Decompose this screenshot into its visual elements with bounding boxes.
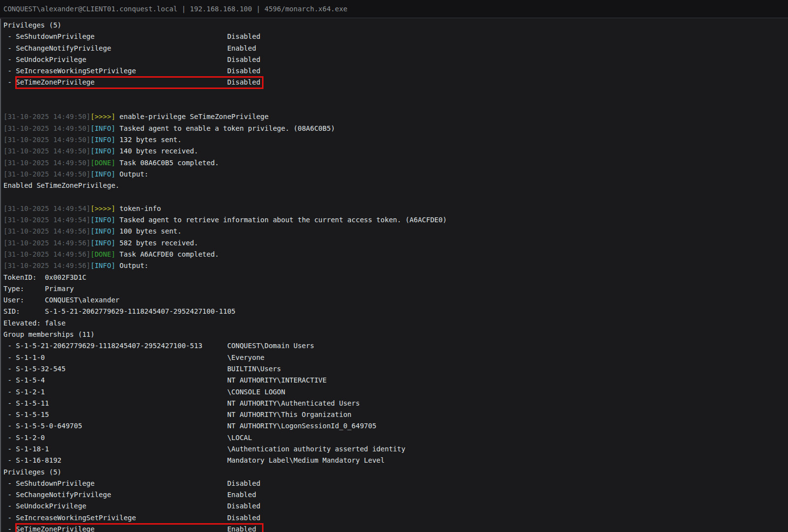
log-message: Tasked agent to retrieve information abo… (116, 216, 447, 224)
list-dash: - (3, 388, 16, 396)
console-line-group: - S-1-5-21-2062779629-1118245407-2952427… (3, 340, 788, 352)
privilege-status: Disabled (227, 514, 260, 522)
group-name: NT AUTHORITY\This Organization (227, 411, 351, 418)
console-line-priv: - SeTimeZonePrivilegeDisabled (3, 77, 788, 88)
list-dash: - (3, 525, 16, 532)
log-tag: [INFO] (90, 147, 116, 155)
console-line-section: Group memberships (11) (3, 329, 788, 340)
console-line-plain: Enabled SeTimeZonePrivilege. (3, 180, 788, 191)
log-message: token-info (116, 205, 161, 212)
group-name: NT AUTHORITY\INTERACTIVE (227, 376, 326, 384)
console-line-field: Elevated:false (3, 318, 788, 329)
console-line-priv: - SeUndockPrivilegeDisabled (3, 501, 788, 512)
console-line-log: [31-10-2025 14:49:54][>>>>] token-info (3, 203, 788, 214)
privilege-status: Disabled (227, 479, 260, 487)
console-line-log: [31-10-2025 14:49:50][INFO] 132 bytes se… (3, 134, 788, 146)
console-line-log: [31-10-2025 14:49:50][INFO] Tasked agent… (3, 123, 788, 134)
list-dash: - (3, 479, 16, 487)
log-tag: [>>>>] (90, 113, 116, 120)
list-dash: - (3, 411, 16, 418)
group-sid: S-1-2-1 (16, 386, 227, 398)
console-line-section: Privileges (5) (3, 20, 788, 31)
log-timestamp: [31-10-2025 14:49:56] (3, 250, 90, 258)
console-line-group: - S-1-5-5-0-649705NT AUTHORITY\LogonSess… (3, 420, 788, 432)
console-line-field: TokenID:0x002F3D1C (3, 272, 788, 283)
log-timestamp: [31-10-2025 14:49:56] (3, 239, 90, 247)
group-sid: S-1-5-21-2062779629-1118245407-295242710… (16, 340, 227, 352)
console-line-blank (3, 191, 788, 203)
log-timestamp: [31-10-2025 14:49:56] (3, 262, 90, 269)
field-label: TokenID: (3, 272, 45, 283)
console-line-group: - S-1-5-32-545BUILTIN\Users (3, 363, 788, 375)
console-line-priv: - SeIncreaseWorkingSetPrivilegeDisabled (3, 65, 788, 77)
list-dash: - (3, 78, 16, 86)
list-dash: - (3, 514, 16, 522)
console-line-group: - S-1-16-8192Mandatory Label\Medium Mand… (3, 455, 788, 466)
field-value: false (45, 319, 65, 327)
list-dash: - (3, 502, 16, 510)
privilege-name: SeChangeNotifyPrivilege (16, 489, 227, 501)
section-title: Privileges (5) (3, 468, 61, 476)
console-line-group: - S-1-2-1\CONSOLE LOGON (3, 386, 788, 398)
console-line-log: [31-10-2025 14:49:54][INFO] Tasked agent… (3, 214, 788, 226)
list-dash: - (3, 365, 16, 373)
console-line-blank (3, 89, 788, 100)
log-timestamp: [31-10-2025 14:49:54] (3, 205, 90, 212)
section-title: Group memberships (11) (3, 330, 94, 338)
log-message: enable-privilege SeTimeZonePrivilege (116, 113, 269, 120)
list-dash: - (3, 376, 16, 384)
field-label: Elevated: (3, 318, 45, 329)
list-dash: - (3, 67, 16, 75)
privilege-status: Disabled (227, 67, 260, 75)
list-dash: - (3, 456, 16, 464)
console-line-log: [31-10-2025 14:49:56][INFO] 582 bytes re… (3, 237, 788, 249)
field-label: User: (3, 295, 45, 306)
privilege-name: SeIncreaseWorkingSetPrivilege (16, 65, 227, 77)
log-tag: [INFO] (90, 227, 116, 235)
field-value: CONQUEST\alexander (45, 296, 119, 304)
group-name: CONQUEST\Domain Users (227, 342, 314, 350)
console-line-field: Type:Primary (3, 283, 788, 295)
log-message: 582 bytes received. (116, 239, 199, 247)
log-tag: [INFO] (90, 239, 116, 247)
field-label: SID: (3, 306, 45, 317)
console-line-priv: - SeTimeZonePrivilegeEnabled (3, 524, 788, 532)
console-line-field: User:CONQUEST\alexander (3, 295, 788, 306)
console-output[interactable]: Privileges (5) - SeShutdownPrivilegeDisa… (0, 19, 788, 532)
privilege-name: SeIncreaseWorkingSetPrivilege (16, 512, 227, 524)
console-line-priv: - SeChangeNotifyPrivilegeEnabled (3, 43, 788, 54)
group-name: NT AUTHORITY\LogonSessionId_0_649705 (227, 422, 376, 430)
list-dash: - (3, 354, 16, 361)
group-sid: S-1-5-4 (16, 375, 227, 386)
console-line-field: SID:S-1-5-21-2062779629-1118245407-29524… (3, 306, 788, 317)
log-timestamp: [31-10-2025 14:49:50] (3, 170, 90, 178)
log-tag: [INFO] (90, 136, 116, 144)
privilege-status: Enabled (227, 525, 256, 532)
group-sid: S-1-5-32-545 (16, 363, 227, 375)
list-dash: - (3, 399, 16, 407)
console-line-log: [31-10-2025 14:49:50][DONE] Task 08A6C0B… (3, 157, 788, 169)
console-line-priv: - SeUndockPrivilegeDisabled (3, 54, 788, 65)
blank-line (3, 90, 7, 98)
console-line-priv: - SeShutdownPrivilegeDisabled (3, 478, 788, 489)
group-name: Mandatory Label\Medium Mandatory Level (227, 456, 384, 464)
field-label: Type: (3, 283, 45, 295)
list-dash: - (3, 491, 16, 499)
group-name: BUILTIN\Users (227, 365, 281, 373)
group-sid: S-1-18-1 (16, 443, 227, 455)
log-tag: [INFO] (90, 124, 116, 132)
group-sid: S-1-16-8192 (16, 455, 227, 466)
group-sid: S-1-1-0 (16, 352, 227, 363)
group-name: \LOCAL (227, 434, 252, 442)
list-dash: - (3, 44, 16, 52)
log-tag: [INFO] (90, 262, 116, 269)
privilege-status: Disabled (227, 502, 260, 510)
privilege-name: SeTimeZonePrivilege (16, 524, 227, 532)
log-message: 132 bytes sent. (116, 136, 182, 144)
privilege-name: SeTimeZonePrivilege (16, 77, 227, 88)
log-timestamp: [31-10-2025 14:49:50] (3, 147, 90, 155)
log-timestamp: [31-10-2025 14:49:54] (3, 216, 90, 224)
log-message: Task 08A6C0B5 completed. (116, 159, 219, 167)
log-timestamp: [31-10-2025 14:49:50] (3, 124, 90, 132)
privilege-status: Disabled (227, 32, 260, 40)
